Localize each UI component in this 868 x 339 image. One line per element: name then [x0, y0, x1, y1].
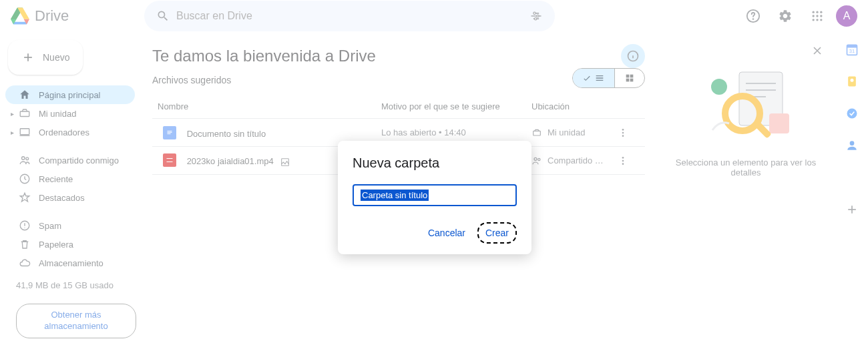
new-folder-dialog: Nueva carpeta Carpeta sin título Cancela… — [338, 141, 531, 254]
dialog-title: Nueva carpeta — [353, 155, 517, 171]
cancel-button[interactable]: Cancelar — [421, 222, 472, 244]
folder-name-input[interactable]: Carpeta sin título — [353, 184, 517, 206]
create-button[interactable]: Crear — [484, 225, 510, 241]
create-button-highlight: Crear — [477, 222, 517, 244]
